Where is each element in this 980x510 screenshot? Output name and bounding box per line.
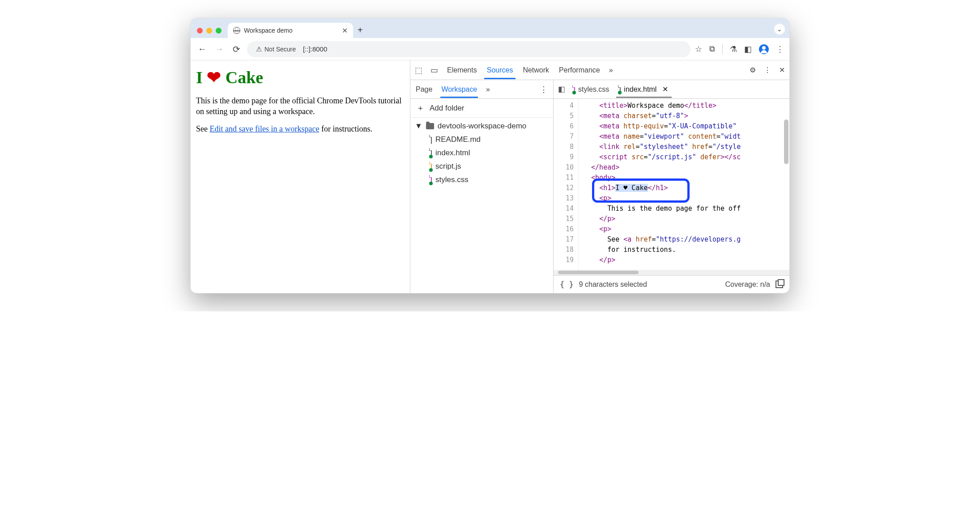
extensions-icon[interactable]: ⧉ xyxy=(709,44,715,54)
editor-tabs: ◧ styles.css index.html ✕ xyxy=(554,80,789,99)
minimize-window-button[interactable] xyxy=(206,28,212,34)
sidebar-tab-workspace[interactable]: Workspace xyxy=(441,85,477,94)
paragraph-1: This is the demo page for the official C… xyxy=(196,95,405,117)
paragraph-2: See Edit and save files in a workspace f… xyxy=(196,123,405,134)
window-controls xyxy=(197,28,222,34)
sidebar-tabs-overflow[interactable]: » xyxy=(486,85,490,94)
editor-tab-styles[interactable]: styles.css xyxy=(572,85,611,94)
line-gutter: 45678910111213141516171819 xyxy=(554,99,579,270)
pretty-print-icon[interactable]: { } xyxy=(560,280,574,289)
close-devtools-icon[interactable]: ✕ xyxy=(779,66,785,74)
toolbar-divider xyxy=(722,44,723,54)
reload-button[interactable]: ⟳ xyxy=(230,44,243,55)
browser-tab[interactable]: Workspace demo ✕ xyxy=(228,23,353,38)
file-row-readme[interactable]: README.md xyxy=(410,133,553,146)
add-folder-label: Add folder xyxy=(430,104,464,113)
close-tab-button[interactable]: ✕ xyxy=(342,26,348,35)
tab-network[interactable]: Network xyxy=(522,66,550,74)
heading-text: I xyxy=(196,68,207,87)
tab-overflow-button[interactable]: ⌄ xyxy=(774,24,785,34)
back-button[interactable]: ← xyxy=(196,44,209,54)
vertical-scrollbar[interactable] xyxy=(784,119,788,164)
sidebar-tabs: Page Workspace » ⋮ xyxy=(410,80,553,99)
workspace-link[interactable]: Edit and save files in a workspace xyxy=(210,124,320,133)
browser-window: Workspace demo ✕ + ⌄ ← → ⟳ ⚠ Not Secure … xyxy=(190,18,790,293)
close-window-button[interactable] xyxy=(197,28,203,34)
add-folder-button[interactable]: ＋ Add folder xyxy=(410,99,553,118)
main-area: I ❤ Cake This is the demo page for the o… xyxy=(191,60,789,293)
maximize-window-button[interactable] xyxy=(216,28,222,34)
editor-tab-label: styles.css xyxy=(578,85,609,94)
scrollbar-thumb[interactable] xyxy=(558,271,639,274)
file-name: script.js xyxy=(435,162,461,171)
folder-icon xyxy=(426,123,434,129)
heading-text-2: Cake xyxy=(221,68,263,87)
p2-prefix: See xyxy=(196,124,210,133)
tab-title: Workspace demo xyxy=(244,27,293,34)
folder-row[interactable]: ▼ devtools-workspace-demo xyxy=(410,119,553,133)
tab-elements[interactable]: Elements xyxy=(446,66,478,74)
sidebar-tab-page[interactable]: Page xyxy=(416,85,432,94)
synced-dot-icon xyxy=(572,91,576,94)
file-tree: ▼ devtools-workspace-demo README.md inde… xyxy=(410,118,553,188)
tab-strip: Workspace demo ✕ + ⌄ xyxy=(191,18,789,38)
synced-dot-icon xyxy=(618,91,622,94)
synced-dot-icon xyxy=(429,155,433,158)
editor-tab-label: index.html xyxy=(624,85,656,94)
close-editor-tab-icon[interactable]: ✕ xyxy=(662,85,668,94)
selection-status: 9 characters selected xyxy=(579,280,647,289)
horizontal-scrollbar[interactable] xyxy=(554,270,789,275)
globe-icon xyxy=(233,27,240,34)
plus-icon: ＋ xyxy=(417,103,424,113)
editor-statusbar: { } 9 characters selected Coverage: n/a xyxy=(554,275,789,293)
file-row-styles[interactable]: styles.css xyxy=(410,173,553,187)
coverage-status: Coverage: n/a xyxy=(725,280,770,289)
synced-dot-icon xyxy=(429,182,433,185)
file-row-index[interactable]: index.html xyxy=(410,146,553,160)
devtools-tabs: ⬚ ▭ Elements Sources Network Performance… xyxy=(410,60,789,80)
url-text: [::]:8000 xyxy=(303,45,327,53)
tabs-overflow-icon[interactable]: » xyxy=(609,66,613,74)
tab-performance[interactable]: Performance xyxy=(558,66,601,74)
settings-gear-icon[interactable]: ⚙ xyxy=(750,66,756,74)
device-toggle-icon[interactable]: ▭ xyxy=(430,65,438,75)
tab-sources[interactable]: Sources xyxy=(486,66,514,74)
bookmark-icon[interactable]: ☆ xyxy=(695,44,702,54)
warning-icon: ⚠ xyxy=(256,45,262,53)
devtools-panel: ⬚ ▭ Elements Sources Network Performance… xyxy=(410,60,789,293)
toggle-navigator-icon[interactable]: ◧ xyxy=(558,85,565,94)
side-panel-icon[interactable]: ◧ xyxy=(744,44,752,54)
code-lines[interactable]: <title>Workspace demo</title> <meta char… xyxy=(579,99,789,270)
new-tab-button[interactable]: + xyxy=(358,25,363,35)
browser-toolbar: ← → ⟳ ⚠ Not Secure [::]:8000 ☆ ⧉ ⚗ ◧ ⋮ xyxy=(191,38,789,60)
devtools-menu-icon[interactable]: ⋮ xyxy=(764,66,771,74)
file-row-script[interactable]: script.js xyxy=(410,160,553,173)
file-icon xyxy=(431,135,432,144)
synced-dot-icon xyxy=(429,168,433,172)
forward-button[interactable]: → xyxy=(213,44,226,54)
inspect-icon[interactable]: ⬚ xyxy=(415,65,422,75)
address-bar[interactable]: ⚠ Not Secure [::]:8000 xyxy=(247,41,690,57)
labs-icon[interactable]: ⚗ xyxy=(730,44,737,54)
editor-tab-index[interactable]: index.html ✕ xyxy=(618,85,670,94)
security-label: Not Secure xyxy=(264,46,296,53)
rendered-page: I ❤ Cake This is the demo page for the o… xyxy=(191,60,410,293)
file-name: index.html xyxy=(435,149,470,157)
security-chip[interactable]: ⚠ Not Secure xyxy=(253,44,298,54)
file-name: styles.css xyxy=(435,175,469,184)
code-area[interactable]: 45678910111213141516171819 <title>Worksp… xyxy=(554,99,789,270)
disclosure-triangle-icon[interactable]: ▼ xyxy=(415,122,422,131)
dock-side-icon[interactable] xyxy=(775,280,783,288)
heart-icon: ❤ xyxy=(207,68,221,87)
sidebar-menu-icon[interactable]: ⋮ xyxy=(540,85,548,94)
file-name: README.md xyxy=(435,135,481,144)
sources-sidebar: Page Workspace » ⋮ ＋ Add folder ▼ devtoo xyxy=(410,80,554,293)
folder-name: devtools-workspace-demo xyxy=(438,122,526,131)
sources-panel: Page Workspace » ⋮ ＋ Add folder ▼ devtoo xyxy=(410,80,789,293)
p2-suffix: for instructions. xyxy=(319,124,372,133)
profile-avatar[interactable] xyxy=(759,44,769,54)
kebab-menu-icon[interactable]: ⋮ xyxy=(776,44,784,54)
page-heading: I ❤ Cake xyxy=(196,68,405,87)
code-editor: ◧ styles.css index.html ✕ 45678910111213… xyxy=(554,80,789,293)
